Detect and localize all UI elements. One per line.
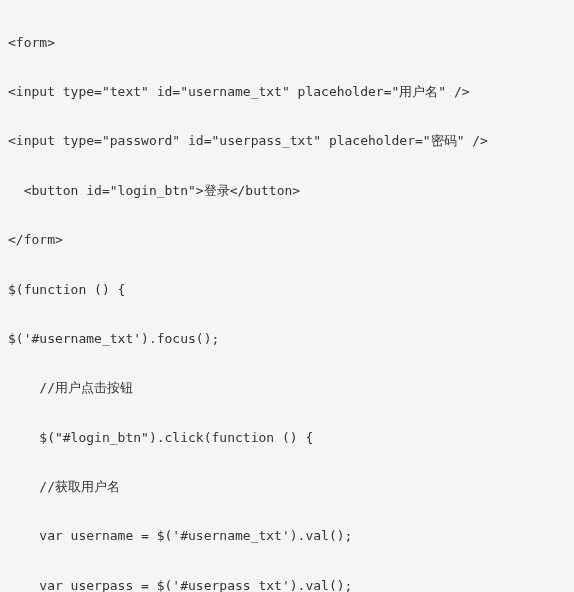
code-block: <form> <input type="text" id="username_t… — [8, 6, 566, 592]
code-line: <form> — [8, 31, 566, 56]
code-line: $(function () { — [8, 278, 566, 303]
code-line: var userpass = $('#userpass_txt').val(); — [8, 574, 566, 592]
code-line: //获取用户名 — [8, 475, 566, 500]
code-line: //用户点击按钮 — [8, 376, 566, 401]
code-line: $('#username_txt').focus(); — [8, 327, 566, 352]
code-line: <input type="text" id="username_txt" pla… — [8, 80, 566, 105]
code-line: </form> — [8, 228, 566, 253]
code-line: <input type="password" id="userpass_txt"… — [8, 129, 566, 154]
code-line: $("#login_btn").click(function () { — [8, 426, 566, 451]
code-line: var username = $('#username_txt').val(); — [8, 524, 566, 549]
code-line: <button id="login_btn">登录</button> — [8, 179, 566, 204]
